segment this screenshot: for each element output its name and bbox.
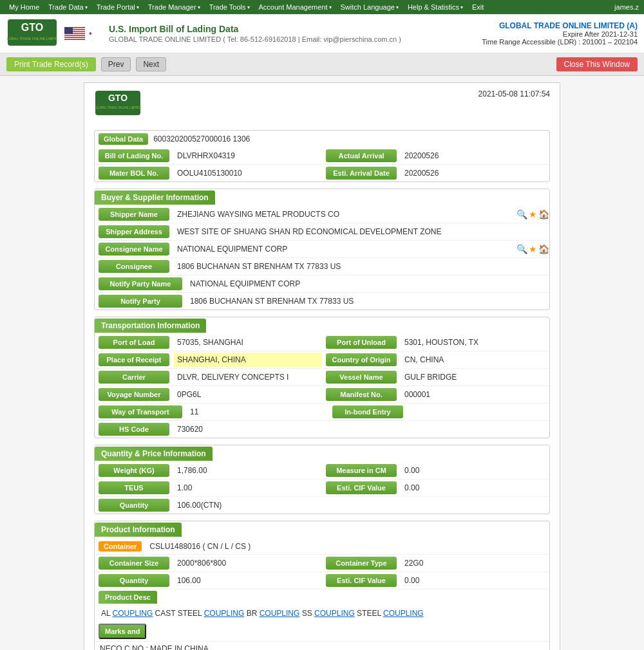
shipper-search-icon[interactable]: 🔍 <box>516 209 527 219</box>
flag-section: • <box>64 27 96 40</box>
print-button-top[interactable]: Print Trade Record(s) <box>6 57 96 71</box>
place-receipt-value: SHANGHAI, CHINA <box>173 353 322 367</box>
country-origin-value: CN, CHINA <box>401 353 549 367</box>
shipper-star-icon[interactable]: ★ <box>529 209 537 219</box>
notify-party-name-row: Notify Party Name NATIONAL EQUIPMENT COR… <box>95 275 549 293</box>
nav-trade-manager[interactable]: Trade Manager ▾ <box>144 2 204 12</box>
header-bar: GTO GLOBAL TRADE ONLINE LIMITED • U.S. I… <box>0 14 644 53</box>
shipper-address-row: Shipper Address WEST SITE OF SHUANG SHAN… <box>95 223 549 241</box>
esti-cif-label: Esti. CIF Value <box>326 481 397 494</box>
svg-rect-8 <box>64 36 85 37</box>
doc-header: GTO GLOBAL TRADE ONLINE LIMITED 2021-05-… <box>94 89 550 124</box>
marks-button[interactable]: Marks and <box>99 624 146 639</box>
global-data-label: Global Data <box>99 133 148 145</box>
container-size-row: Container Size 2000*806*800 Container Ty… <box>95 555 549 572</box>
product-desc-value: AL COUPLING CAST STEEL COUPLING BR COUPL… <box>101 609 424 618</box>
container-row: Container CSLU1488016 ( CN / L / CS ) <box>95 538 549 555</box>
nav-trade-tools[interactable]: Trade Tools ▾ <box>205 2 254 12</box>
svg-text:GLOBAL TRADE ONLINE LIMITED: GLOBAL TRADE ONLINE LIMITED <box>6 37 58 41</box>
way-of-transport-value: 11 <box>186 405 328 419</box>
port-unload-value: 5301, HOUSTON, TX <box>401 335 549 349</box>
close-button-top[interactable]: Close This Window <box>556 57 638 71</box>
way-of-transport-label: Way of Transport <box>99 405 182 418</box>
hs-code-row: HS Code 730620 <box>95 421 549 438</box>
coupling-link-4[interactable]: COUPLING <box>314 609 355 618</box>
nav-switch-language[interactable]: Switch Language ▾ <box>337 2 402 12</box>
coupling-link-2[interactable]: COUPLING <box>204 609 245 618</box>
transport-row: Way of Transport 11 In-bond Entry <box>95 404 549 421</box>
notify-party-value: 1806 BUCHANAN ST BRENHAM TX 77833 US <box>186 294 549 308</box>
us-flag-icon <box>64 27 85 40</box>
chevron-down-icon: ▾ <box>329 5 332 10</box>
top-navigation: My Home Trade Data ▾ Trade Portal ▾ Trad… <box>0 0 644 14</box>
next-button-top[interactable]: Next <box>136 57 166 71</box>
container-type-value: 22G0 <box>401 556 549 570</box>
weight-label: Weight (KG) <box>99 464 169 477</box>
quantity-row: Quantity 106.00(CTN) <box>95 497 549 514</box>
coupling-link-3[interactable]: COUPLING <box>260 609 300 618</box>
mater-bol-row: Mater BOL No. OOLU4105130010 Esti. Arriv… <box>95 165 549 181</box>
container-badge[interactable]: Container <box>99 541 142 552</box>
hs-code-label: HS Code <box>99 423 169 436</box>
product-desc-row: AL COUPLING CAST STEEL COUPLING BR COUPL… <box>95 605 549 622</box>
chevron-down-icon: ▾ <box>85 5 88 10</box>
svg-rect-7 <box>64 34 85 35</box>
transport-header: Transportation Information <box>95 319 206 333</box>
product-desc-header: Product Desc <box>99 591 157 604</box>
notify-party-name-label: Notify Party Name <box>99 277 182 290</box>
svg-text:GTO: GTO <box>108 93 128 103</box>
teus-label: TEUS <box>99 481 169 494</box>
nav-account-management[interactable]: Account Management ▾ <box>255 2 336 12</box>
product-header: Product Information <box>95 523 182 537</box>
teus-value: 1.00 <box>173 481 322 495</box>
consignee-search-icon[interactable]: 🔍 <box>516 244 527 254</box>
svg-rect-9 <box>64 38 85 39</box>
shipper-name-row: Shipper Name ZHEJIANG WAYSING METAL PROD… <box>95 206 549 223</box>
carrier-row: Carrier DLVR, DELIVERY CONCEPTS I Vessel… <box>95 369 549 386</box>
header-right-section: GLOBAL TRADE ONLINE LIMITED (A) Expire A… <box>482 21 638 46</box>
transport-section: Transportation Information Port of Load … <box>94 317 550 438</box>
voyage-number-label: Voyage Number <box>99 388 169 401</box>
product-quantity-label: Quantity <box>99 574 169 587</box>
coupling-link-1[interactable]: COUPLING <box>113 609 153 618</box>
nav-help-statistics[interactable]: Help & Statistics ▾ <box>404 2 467 12</box>
chevron-down-icon: ▾ <box>460 5 463 10</box>
global-data-value: 600320200527000016 1306 <box>153 135 250 144</box>
doc-logo: GTO GLOBAL TRADE ONLINE LIMITED <box>94 89 171 122</box>
quantity-section: Quantity & Price Information Weight (KG)… <box>94 445 550 514</box>
esti-arrival-value: 20200526 <box>401 166 549 180</box>
company-name: GLOBAL TRADE ONLINE LIMITED (A) <box>482 21 638 30</box>
consignee-home-icon[interactable]: 🏠 <box>538 244 549 254</box>
country-origin-label: Country of Origin <box>326 353 397 366</box>
nav-my-home[interactable]: My Home <box>5 2 43 12</box>
teus-row: TEUS 1.00 Esti. CIF Value 0.00 <box>95 479 549 497</box>
measure-cm-label: Measure in CM <box>326 464 397 477</box>
container-type-label: Container Type <box>326 557 397 570</box>
port-row: Port of Load 57035, SHANGHAI Port of Unl… <box>95 334 549 351</box>
in-bond-entry-label: In-bond Entry <box>332 405 403 418</box>
mater-bol-label: Mater BOL No. <box>99 167 169 180</box>
doc-datetime: 2021-05-08 11:07:54 <box>478 89 550 98</box>
quantity-value: 106.00(CTN) <box>173 498 549 512</box>
header-subtitle: GLOBAL TRADE ONLINE LIMITED ( Tel: 86-51… <box>109 35 482 43</box>
nav-trade-portal[interactable]: Trade Portal ▾ <box>93 2 143 12</box>
global-data-row: Global Data 600320200527000016 1306 <box>95 131 549 147</box>
consignee-star-icon[interactable]: ★ <box>529 244 537 254</box>
weight-value: 1,786.00 <box>173 463 322 478</box>
shipper-name-label: Shipper Name <box>99 208 169 221</box>
product-esti-cif-value: 0.00 <box>401 573 549 588</box>
product-quantity-row: Quantity 106.00 Esti. CIF Value 0.00 <box>95 572 549 590</box>
nav-exit[interactable]: Exit <box>468 2 488 12</box>
weight-row: Weight (KG) 1,786.00 Measure in CM 0.00 <box>95 462 549 479</box>
hs-code-value: 730620 <box>173 422 549 436</box>
shipper-home-icon[interactable]: 🏠 <box>538 209 549 219</box>
product-esti-cif-label: Esti. CIF Value <box>326 574 397 587</box>
marks-value: NECO C NO.: MADE IN CHINA <box>95 642 549 650</box>
nav-trade-data[interactable]: Trade Data ▾ <box>44 2 91 12</box>
vessel-name-value: GULF BRIDGE <box>401 370 549 384</box>
prev-button-top[interactable]: Prev <box>101 57 131 71</box>
in-bond-entry-value <box>407 409 549 414</box>
coupling-link-5[interactable]: COUPLING <box>383 609 424 618</box>
product-desc-header-row: Product Desc <box>95 590 549 605</box>
consignee-label: Consignee <box>99 260 169 273</box>
